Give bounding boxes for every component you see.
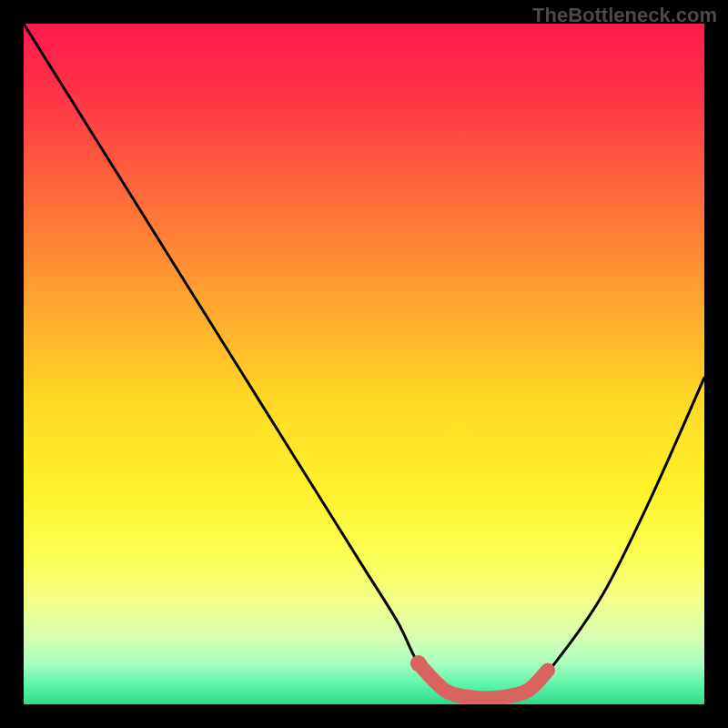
plot-area [24, 24, 704, 704]
chart-container: TheBottleneck.com [0, 0, 728, 728]
optimal-range-highlight [419, 663, 548, 698]
bottleneck-curve [24, 24, 704, 698]
curve-layer [24, 24, 704, 704]
highlight-start-dot [410, 655, 427, 672]
watermark-text: TheBottleneck.com [532, 4, 717, 27]
